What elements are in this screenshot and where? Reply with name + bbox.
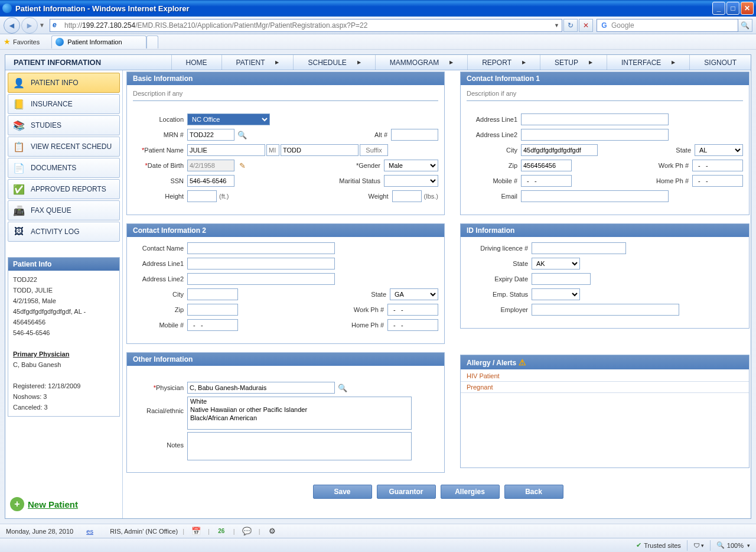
url-host: 199.227.180.254 <box>82 21 135 30</box>
c2-workph-input[interactable] <box>387 304 438 316</box>
menu-signout[interactable]: SIGNOUT <box>689 55 751 70</box>
sidebar-item-fax-queue[interactable]: 📠FAX QUEUE <box>8 200 120 220</box>
c1-addr1-input[interactable] <box>521 113 669 125</box>
menu-home[interactable]: HOME <box>171 55 221 70</box>
status-user: RIS, Admin' (NC Office) <box>110 528 178 535</box>
address-bar[interactable]: e http://199.227.180.254/EMD.RIS.Beta210… <box>50 19 562 32</box>
menu-mammogram[interactable]: MAMMOGRAM▶ <box>375 55 467 70</box>
notes-label: Notes <box>133 432 187 449</box>
weight-input[interactable] <box>392 190 422 202</box>
guarantor-button[interactable]: Guarantor <box>377 485 436 499</box>
refresh-button[interactable]: ↻ <box>563 19 578 32</box>
ssn-input[interactable] <box>187 175 234 187</box>
last-name-input[interactable] <box>281 144 359 156</box>
employer-input[interactable] <box>532 304 679 316</box>
sidebar-item-insurance[interactable]: 📒INSURANCE <box>8 94 120 114</box>
dob-input[interactable] <box>187 160 234 171</box>
location-select[interactable]: NC Office <box>187 113 270 125</box>
list-item[interactable]: Native Hawaiian or other Pacific Islande… <box>188 405 411 414</box>
gender-select[interactable]: Male <box>384 160 438 171</box>
physician-input[interactable] <box>187 382 335 394</box>
sidebar-label: STUDIES <box>31 121 61 129</box>
history-dropdown-icon[interactable]: ▼ <box>39 22 46 28</box>
alt-input[interactable] <box>391 129 438 141</box>
sidebar-item-view-recent-schedu[interactable]: 📋VIEW RECENT SCHEDU <box>8 137 120 157</box>
c2-state-select[interactable]: GA <box>390 288 438 300</box>
mi-input[interactable] <box>266 144 279 156</box>
back-button[interactable]: ◄ <box>4 17 20 34</box>
search-go-button[interactable]: 🔍 <box>738 19 752 32</box>
back-button[interactable]: Back <box>504 485 563 499</box>
c1-workph-input[interactable] <box>692 160 743 171</box>
language-link[interactable]: es <box>86 528 93 535</box>
c2-addr2-input[interactable] <box>187 273 335 285</box>
height-input[interactable] <box>187 190 217 202</box>
c1-mobile-input[interactable] <box>521 175 572 187</box>
c1-city-input[interactable] <box>521 144 598 156</box>
suffix-input[interactable] <box>360 144 388 156</box>
google-icon: G <box>599 21 609 30</box>
empstatus-select[interactable] <box>532 288 580 300</box>
browser-tab[interactable]: Patient Information <box>51 35 146 48</box>
chat-icon[interactable]: 💬 <box>242 527 252 536</box>
c2-addr1-input[interactable] <box>187 258 335 269</box>
window-maximize-button[interactable]: □ <box>726 2 739 15</box>
window-close-button[interactable]: ✕ <box>741 2 754 15</box>
menu-patient[interactable]: PATIENT▶ <box>221 55 294 70</box>
first-name-input[interactable] <box>187 144 265 156</box>
panel-header: Allergy / Alerts⚠ <box>461 355 749 369</box>
allergies-button[interactable]: Allergies <box>441 485 500 499</box>
new-tab-button[interactable] <box>146 35 158 48</box>
forward-button[interactable]: ► <box>21 17 38 34</box>
list-item[interactable]: White <box>188 397 411 405</box>
sidebar-item-activity-log[interactable]: 🖼ACTIVITY LOG <box>8 222 120 242</box>
browser-search-input[interactable]: G Google <box>597 19 738 32</box>
favorites-label[interactable]: Favorites <box>13 38 40 46</box>
sidebar-item-approved-reports[interactable]: ✅APPROVED REPORTS <box>8 179 120 199</box>
c1-state-select[interactable]: AL <box>695 144 743 156</box>
search-icon[interactable]: 🔍 <box>237 129 247 140</box>
address-dropdown-icon[interactable]: ▼ <box>554 22 559 28</box>
calendar-26-icon[interactable]: 26 <box>217 527 226 536</box>
mrn-input[interactable] <box>187 129 234 141</box>
summary-address: 45dfgdfgdfgdfgdfgdf, AL - 456456456 <box>13 306 115 327</box>
search-icon[interactable]: 🔍 <box>337 382 348 393</box>
contact-name-input[interactable] <box>187 242 335 254</box>
sidebar-item-documents[interactable]: 📄DOCUMENTS <box>8 158 120 178</box>
protected-mode-icon[interactable]: 🛡 <box>693 542 700 549</box>
marital-select[interactable] <box>384 175 438 187</box>
c1-email-input[interactable] <box>521 190 669 202</box>
dl-input[interactable] <box>532 242 626 254</box>
sidebar-item-studies[interactable]: 📚STUDIES <box>8 115 120 135</box>
new-patient-label: New Patient <box>28 499 78 509</box>
stop-button[interactable]: ✕ <box>579 19 593 32</box>
menu-report[interactable]: REPORT▶ <box>467 55 540 70</box>
c2-mobile-input[interactable] <box>187 319 238 331</box>
c2-city-input[interactable] <box>187 288 238 300</box>
racial-ethnic-listbox[interactable]: WhiteNative Hawaiian or other Pacific Is… <box>187 397 412 430</box>
c2-homeph-input[interactable] <box>387 319 438 331</box>
c1-homeph-label: Home Ph # <box>640 177 692 184</box>
id-state-select[interactable]: AK <box>532 258 580 269</box>
save-button[interactable]: Save <box>313 485 372 499</box>
url-rest: /EMD.RIS.Beta210/Application/PatientMgr/… <box>135 21 367 30</box>
list-item[interactable]: Black/African American <box>188 414 411 422</box>
gear-icon[interactable]: ⚙ <box>268 527 277 536</box>
window-minimize-button[interactable]: _ <box>712 2 725 15</box>
menu-schedule[interactable]: SCHEDULE▶ <box>293 55 374 70</box>
c1-zip-input[interactable] <box>521 160 572 171</box>
favorites-star-icon[interactable]: ★ <box>4 37 11 46</box>
calendar-icon[interactable]: 📅 <box>191 527 201 536</box>
calendar-icon[interactable]: ✎ <box>237 160 247 171</box>
c2-homeph-label: Home Ph # <box>335 322 387 329</box>
c1-addr2-input[interactable] <box>521 129 669 141</box>
expiry-input[interactable] <box>532 273 591 285</box>
c2-zip-input[interactable] <box>187 304 238 316</box>
menu-interface[interactable]: INTERFACE▶ <box>607 55 689 70</box>
new-patient-button[interactable]: + New Patient <box>8 492 120 516</box>
zoom-icon[interactable]: 🔍 <box>716 541 725 549</box>
notes-textarea[interactable] <box>187 432 412 460</box>
sidebar-item-patient-info[interactable]: 👤PATIENT INFO <box>8 73 120 93</box>
c1-homeph-input[interactable] <box>692 175 743 187</box>
menu-setup[interactable]: SETUP▶ <box>540 55 607 70</box>
